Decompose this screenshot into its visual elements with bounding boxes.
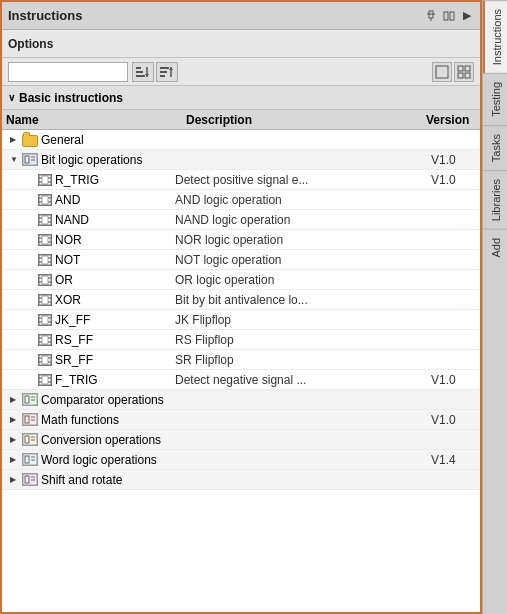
search-input[interactable] — [8, 62, 128, 82]
tree-row[interactable]: NOR NOR logic operation — [2, 230, 480, 250]
tree-row[interactable]: ▶ Conversion operations — [2, 430, 480, 450]
tree-row[interactable]: SR_FF SR Flipflop — [2, 350, 480, 370]
row-desc: NOT logic operation — [175, 253, 431, 267]
col-header-ver: Version — [426, 113, 476, 127]
search-btn-1[interactable] — [132, 62, 154, 82]
section-label: Basic instructions — [19, 91, 123, 105]
row-desc: AND logic operation — [175, 193, 431, 207]
category-icon — [22, 393, 38, 406]
arrow-right-icon[interactable]: ▶ — [460, 9, 474, 23]
svg-rect-12 — [160, 75, 165, 77]
row-name: NOR — [55, 233, 175, 247]
row-name: Shift and rotate — [41, 473, 171, 487]
block-icon — [38, 194, 52, 206]
col-header-name: Name — [6, 113, 186, 127]
pin-icon[interactable] — [424, 9, 438, 23]
tree-row[interactable]: OR OR logic operation — [2, 270, 480, 290]
sidebar-tab-tasks[interactable]: Tasks — [483, 125, 507, 170]
row-desc: Bit by bit antivalence lo... — [175, 293, 431, 307]
tree-row[interactable]: NOT NOT logic operation — [2, 250, 480, 270]
row-arrow: ▶ — [10, 455, 22, 464]
svg-rect-24 — [39, 175, 51, 185]
row-name: NAND — [55, 213, 175, 227]
svg-rect-66 — [39, 315, 51, 325]
category-icon — [22, 453, 38, 466]
tree-row[interactable]: NAND NAND logic operation — [2, 210, 480, 230]
view-buttons — [432, 62, 474, 82]
row-desc: OR logic operation — [175, 273, 431, 287]
svg-rect-7 — [136, 75, 145, 77]
row-name: Comparator operations — [41, 393, 171, 407]
tree-row[interactable]: R_TRIG Detect positive signal e... V1.0 — [2, 170, 480, 190]
list-view-btn[interactable] — [432, 62, 452, 82]
block-icon — [38, 214, 52, 226]
row-name: XOR — [55, 293, 175, 307]
svg-rect-17 — [465, 66, 470, 71]
sidebar-tab-add[interactable]: Add — [483, 229, 507, 266]
block-icon — [38, 234, 52, 246]
options-bar: Options — [2, 30, 480, 58]
section-header[interactable]: ∨ Basic instructions — [2, 86, 480, 110]
row-desc: Detect negative signal ... — [175, 373, 431, 387]
tree-row[interactable]: RS_FF RS Flipflop — [2, 330, 480, 350]
tree-row[interactable]: ▼ Bit logic operations V1.0 — [2, 150, 480, 170]
tree-row[interactable]: ▶ Math functions V1.0 — [2, 410, 480, 430]
tree-row[interactable]: ▶ Shift and rotate — [2, 470, 480, 490]
search-btn-2[interactable] — [156, 62, 178, 82]
window-title: Instructions — [8, 8, 82, 23]
block-icon — [38, 374, 52, 386]
tree-row[interactable]: XOR Bit by bit antivalence lo... — [2, 290, 480, 310]
row-desc: JK Flipflop — [175, 313, 431, 327]
tree-row[interactable]: F_TRIG Detect negative signal ... V1.0 — [2, 370, 480, 390]
sidebar-tab-instructions[interactable]: Instructions — [483, 0, 507, 73]
grid-view-btn[interactable] — [454, 62, 474, 82]
block-icon — [38, 254, 52, 266]
table-header: Name Description Version — [2, 110, 480, 130]
row-name: JK_FF — [55, 313, 175, 327]
row-desc: NOR logic operation — [175, 233, 431, 247]
svg-rect-84 — [39, 375, 51, 385]
svg-rect-78 — [39, 355, 51, 365]
row-ver: V1.0 — [431, 413, 476, 427]
svg-marker-14 — [169, 67, 173, 70]
row-name: SR_FF — [55, 353, 175, 367]
col-header-desc: Description — [186, 113, 426, 127]
row-desc: RS Flipflop — [175, 333, 431, 347]
row-name: AND — [55, 193, 175, 207]
svg-rect-60 — [39, 295, 51, 305]
block-icon — [38, 314, 52, 326]
row-name: Math functions — [41, 413, 171, 427]
title-bar-icons: ▶ — [424, 9, 474, 23]
row-name: NOT — [55, 253, 175, 267]
svg-rect-18 — [458, 73, 463, 78]
svg-rect-4 — [450, 12, 454, 20]
tree-row[interactable]: ▶ Word logic operations V1.4 — [2, 450, 480, 470]
tree-row[interactable]: ▶ Comparator operations — [2, 390, 480, 410]
tree-row[interactable]: JK_FF JK Flipflop — [2, 310, 480, 330]
row-ver: V1.0 — [431, 173, 476, 187]
block-icon — [38, 334, 52, 346]
svg-rect-36 — [39, 215, 51, 225]
row-ver: V1.4 — [431, 453, 476, 467]
svg-rect-10 — [160, 67, 169, 69]
category-icon — [22, 413, 38, 426]
section-chevron: ∨ — [8, 92, 15, 103]
block-icon — [38, 174, 52, 186]
row-name: F_TRIG — [55, 373, 175, 387]
sidebar-tab-libraries[interactable]: Libraries — [483, 170, 507, 229]
svg-rect-5 — [136, 67, 141, 69]
search-bar — [2, 58, 480, 86]
svg-rect-42 — [39, 235, 51, 245]
row-name: Bit logic operations — [41, 153, 171, 167]
tree-row[interactable]: ▶ General — [2, 130, 480, 150]
options-label: Options — [8, 37, 53, 51]
svg-rect-6 — [136, 71, 143, 73]
svg-marker-9 — [145, 74, 149, 77]
category-icon — [22, 433, 38, 446]
category-icon — [22, 153, 38, 166]
tree-row[interactable]: AND AND logic operation — [2, 190, 480, 210]
sidebar-tab-testing[interactable]: Testing — [483, 73, 507, 125]
columns-icon[interactable] — [442, 9, 456, 23]
tree-content[interactable]: ▶ General ▼ Bit logic operations V1.0 R_… — [2, 130, 480, 612]
title-bar: Instructions ▶ — [2, 2, 480, 30]
